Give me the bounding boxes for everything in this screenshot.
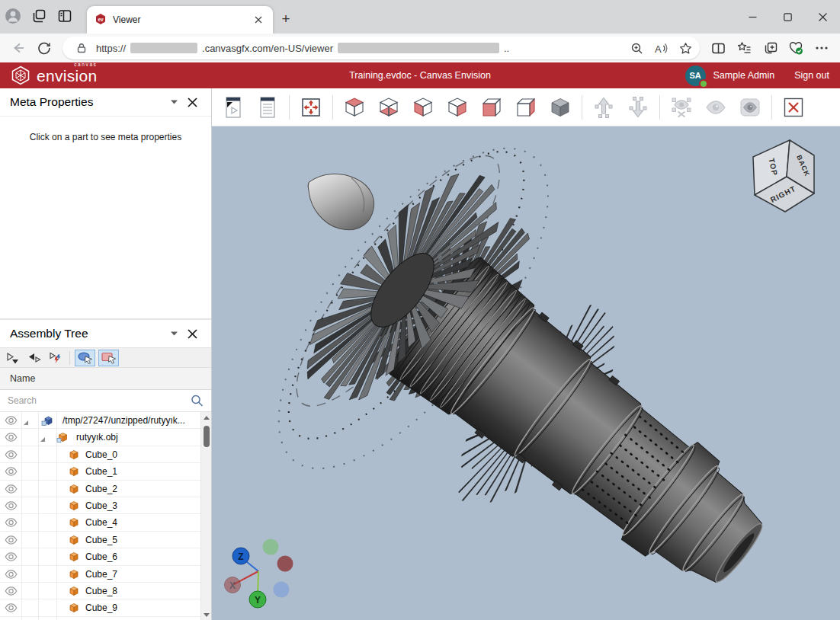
window-controls xyxy=(735,0,840,34)
search-input[interactable] xyxy=(8,395,186,406)
visibility-eye-icon[interactable] xyxy=(5,433,18,444)
page-notes-button[interactable] xyxy=(252,92,283,123)
sign-out-link[interactable]: Sign out xyxy=(794,70,829,81)
tree-row[interactable]: Cube_4 xyxy=(0,514,200,531)
visibility-eye-icon[interactable] xyxy=(5,467,18,478)
select-sync-button[interactable] xyxy=(46,350,65,366)
page-preview-button[interactable] xyxy=(218,92,248,123)
browser-essentials-button[interactable] xyxy=(784,36,808,60)
explode-up-button[interactable] xyxy=(588,92,619,123)
visibility-eye-icon[interactable] xyxy=(5,552,18,564)
tree-row[interactable]: Cube_6 xyxy=(0,548,200,565)
view-right-button[interactable] xyxy=(442,92,473,123)
tree-row[interactable]: Cube_3 xyxy=(0,497,200,514)
expand-all-button[interactable] xyxy=(4,350,22,366)
tree-expander[interactable] xyxy=(23,417,29,428)
favorite-star-icon[interactable] xyxy=(675,38,695,58)
visibility-eye-icon[interactable] xyxy=(5,484,18,496)
tree-column-header[interactable]: Name xyxy=(0,368,211,390)
part-icon xyxy=(69,551,79,564)
tree-row[interactable]: Cube_0 xyxy=(0,446,200,463)
visibility-eye-icon[interactable] xyxy=(5,586,18,598)
avatar[interactable]: SA xyxy=(685,66,706,86)
tree-row[interactable]: Cube_9 xyxy=(0,599,200,616)
select-graphic-area-button[interactable] xyxy=(75,350,95,366)
back-button[interactable] xyxy=(6,36,30,60)
more-menu-button[interactable] xyxy=(810,36,834,60)
axis-ghost-green[interactable] xyxy=(263,539,279,555)
minimize-button[interactable] xyxy=(735,0,770,34)
hide-selected-button[interactable] xyxy=(666,92,697,123)
close-panel-button[interactable] xyxy=(183,324,201,343)
view-back-button[interactable] xyxy=(511,92,541,123)
read-aloud-icon[interactable]: A xyxy=(651,38,671,58)
search-icon[interactable] xyxy=(191,395,204,407)
view-top-button[interactable] xyxy=(339,92,370,123)
scroll-thumb[interactable] xyxy=(204,426,210,447)
refresh-button[interactable] xyxy=(32,36,56,60)
visibility-eye-icon[interactable] xyxy=(5,603,18,615)
tree-row[interactable]: rutyyık.obj xyxy=(0,429,200,446)
collapse-panel-button[interactable] xyxy=(165,93,183,111)
explode-down-button[interactable] xyxy=(623,92,653,123)
profile-button[interactable] xyxy=(0,4,26,30)
collapse-panel-button[interactable] xyxy=(165,324,183,343)
view-isometric-icon xyxy=(548,95,572,120)
axis-x[interactable]: X xyxy=(225,577,241,593)
zoom-in-icon[interactable] xyxy=(627,38,646,58)
tree-row[interactable]: Cube_1 xyxy=(0,463,200,480)
axis-ghost-blue[interactable] xyxy=(274,582,290,598)
view-front-button[interactable] xyxy=(476,92,507,123)
tree-expander[interactable] xyxy=(40,434,46,445)
tree-row[interactable]: Cube_5 xyxy=(0,532,200,548)
lock-icon[interactable] xyxy=(72,38,91,58)
visibility-eye-icon[interactable] xyxy=(5,501,18,513)
split-screen-button[interactable] xyxy=(706,36,730,60)
favorites-hub-icon xyxy=(737,41,752,55)
profile-icon xyxy=(5,8,21,27)
scroll-up-arrow[interactable] xyxy=(201,412,211,423)
view-cube[interactable]: TOP BACK RIGHT xyxy=(745,136,825,224)
close-icon xyxy=(188,329,197,339)
tree-row[interactable]: Cube_7 xyxy=(0,566,200,583)
axis-z[interactable]: Z xyxy=(232,548,249,564)
maximize-button[interactable] xyxy=(770,0,805,34)
collapse-all-button[interactable] xyxy=(25,350,43,366)
product-superscript: canvas xyxy=(74,62,97,68)
tab-actions-button[interactable] xyxy=(52,4,78,30)
url-redacted-block xyxy=(130,43,197,53)
address-bar[interactable]: https:// .canvasgfx.com/en-US/viewer .. … xyxy=(63,37,700,59)
visibility-eye-icon[interactable] xyxy=(5,535,18,547)
tree-row[interactable]: Cube_2 xyxy=(0,481,200,497)
tree-row[interactable] xyxy=(0,617,200,620)
user-name: Sample Admin xyxy=(713,70,775,81)
tab-close-icon[interactable] xyxy=(252,13,265,27)
scroll-down-arrow[interactable] xyxy=(201,609,211,620)
visibility-eye-icon[interactable] xyxy=(5,450,18,462)
show-selected-button[interactable] xyxy=(701,92,731,123)
view-isometric-button[interactable] xyxy=(545,92,575,123)
tree-scrollbar[interactable] xyxy=(200,412,211,620)
favorites-hub-button[interactable] xyxy=(732,36,756,60)
tree-row[interactable]: Cube_8 xyxy=(0,583,200,599)
workspaces-button[interactable] xyxy=(26,4,52,30)
view-bottom-button[interactable] xyxy=(374,92,404,123)
axis-triad[interactable]: X Z Y xyxy=(223,532,299,611)
tree-row[interactable]: /tmp/27247/unzipped/rutyyık... xyxy=(0,412,200,429)
axis-ghost-dark-red[interactable] xyxy=(277,556,293,572)
3d-viewport[interactable]: TOP BACK RIGHT X Z Y xyxy=(212,126,840,620)
select-tree-items-button[interactable] xyxy=(98,350,119,366)
browser-tab[interactable]: ev Viewer xyxy=(87,6,273,34)
new-tab-button[interactable]: + xyxy=(273,6,299,32)
close-panel-button[interactable] xyxy=(183,93,201,111)
close-document-button[interactable] xyxy=(778,92,809,123)
view-left-button[interactable] xyxy=(408,92,438,123)
visibility-eye-icon[interactable] xyxy=(5,518,18,529)
visibility-eye-icon[interactable] xyxy=(5,416,18,427)
collections-button[interactable] xyxy=(758,36,782,60)
visibility-eye-icon[interactable] xyxy=(5,570,18,581)
close-window-button[interactable] xyxy=(805,0,840,34)
show-all-button[interactable] xyxy=(735,92,765,123)
zoom-fit-button[interactable] xyxy=(296,92,326,123)
axis-y[interactable]: Y xyxy=(249,591,266,608)
